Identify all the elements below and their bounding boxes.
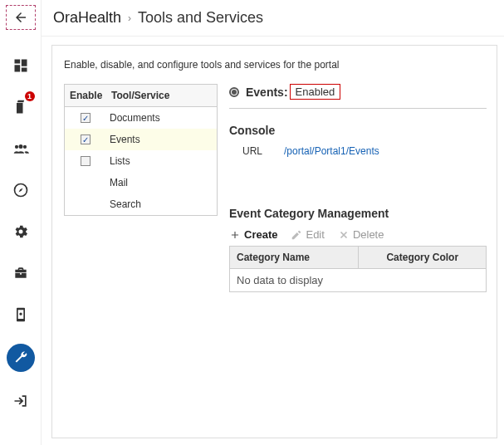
console-url-link[interactable]: /portal/Portal1/Events <box>284 145 379 157</box>
back-button[interactable] <box>6 5 36 30</box>
chevron-right-icon: › <box>128 12 131 24</box>
tool-name: Events <box>106 134 217 145</box>
checkbox[interactable]: ✓ <box>81 134 91 144</box>
breadcrumb: OraHealth › Tools and Services <box>42 0 504 37</box>
mobile-settings-icon <box>12 306 29 323</box>
briefcase-icon <box>12 265 29 281</box>
radio-selected-icon[interactable] <box>229 87 239 97</box>
status-label: Events: <box>246 86 288 99</box>
nav-settings[interactable] <box>8 219 33 244</box>
nav-toolbox[interactable] <box>8 261 33 286</box>
category-table: Category Name Category Color <box>229 246 487 269</box>
main-panel: Enable, disable, and configure tools and… <box>51 45 497 438</box>
plus-icon <box>229 229 241 241</box>
tool-name: Mail <box>106 177 217 188</box>
ecm-toolbar: Create Edit Delete <box>229 228 487 241</box>
table-row[interactable]: ✓Events <box>65 129 217 150</box>
col-category-name: Category Name <box>230 247 359 269</box>
dashboard-icon <box>12 57 29 74</box>
delete-label: Delete <box>353 228 384 241</box>
category-table-header: Category Name Category Color <box>230 247 487 269</box>
arrow-back-icon <box>13 10 28 25</box>
status-value: Enabled <box>290 84 341 100</box>
create-label: Create <box>244 228 277 241</box>
ecm-title: Event Category Management <box>229 207 487 220</box>
x-icon <box>338 229 350 241</box>
col-name: Tool/Service <box>106 85 174 106</box>
table-row[interactable]: ✓Lists <box>65 150 217 172</box>
nav-tools-services[interactable] <box>7 344 35 372</box>
console-title: Console <box>229 124 487 137</box>
sidebar: 1 <box>0 0 42 445</box>
checkbox[interactable]: ✓ <box>81 113 91 123</box>
logout-icon <box>12 393 29 409</box>
tools-table-header: Enable Tool/Service <box>65 85 217 107</box>
col-category-color: Category Color <box>359 247 487 269</box>
table-row[interactable]: Search <box>65 193 217 215</box>
edit-button: Edit <box>291 228 324 241</box>
category-empty: No data to display <box>229 269 487 292</box>
people-icon <box>12 140 29 157</box>
breadcrumb-root[interactable]: OraHealth <box>53 9 121 27</box>
wrench-icon <box>12 350 29 366</box>
tool-name: Search <box>106 198 217 210</box>
create-button[interactable]: Create <box>229 228 277 241</box>
table-row[interactable]: ✓Documents <box>65 107 217 129</box>
notification-badge: 1 <box>25 91 35 101</box>
page-title: Tools and Services <box>138 9 263 27</box>
col-enable: Enable <box>65 85 106 106</box>
documents-icon <box>12 99 29 115</box>
nav-people[interactable] <box>8 136 33 161</box>
console-url-label: URL <box>242 145 284 157</box>
status-row: Events: Enabled <box>229 84 487 100</box>
console-url-row: URL /portal/Portal1/Events <box>242 145 487 157</box>
gear-icon <box>12 223 29 240</box>
delete-button: Delete <box>338 228 384 241</box>
nav-logout[interactable] <box>8 389 33 413</box>
nav-documents[interactable]: 1 <box>8 95 33 120</box>
intro-text: Enable, disable, and configure tools and… <box>64 59 487 71</box>
compass-icon <box>12 182 29 198</box>
nav-explore[interactable] <box>8 178 33 203</box>
divider <box>229 108 487 109</box>
checkbox[interactable]: ✓ <box>81 156 91 166</box>
table-row[interactable]: Mail <box>65 172 217 193</box>
nav-mobile[interactable] <box>8 302 33 327</box>
tool-name: Documents <box>106 112 217 124</box>
tools-table: Enable Tool/Service ✓Documents✓Events✓Li… <box>64 84 218 216</box>
edit-label: Edit <box>306 228 324 241</box>
pencil-icon <box>291 229 302 241</box>
tool-name: Lists <box>106 155 217 167</box>
nav-dashboard[interactable] <box>8 53 33 78</box>
